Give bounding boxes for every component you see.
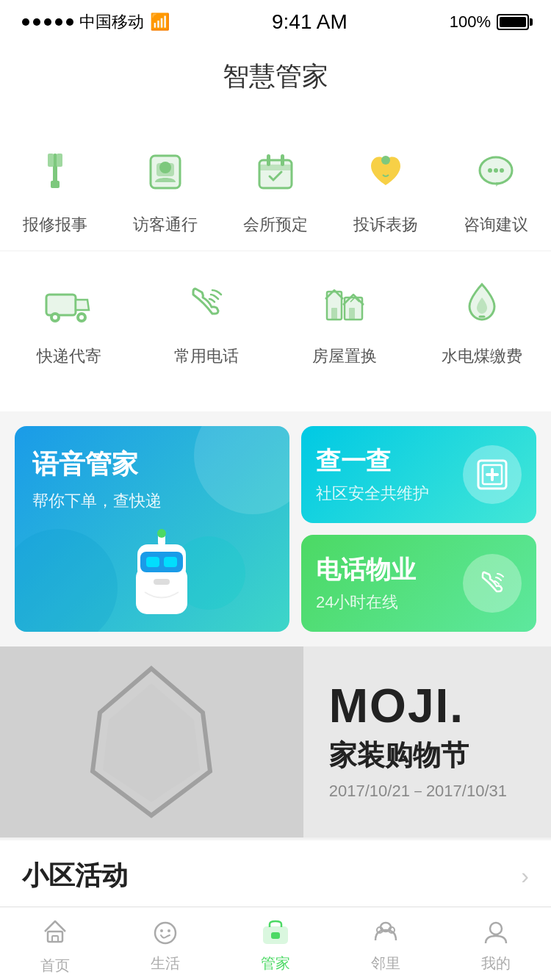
life-icon xyxy=(152,920,179,949)
svg-point-20 xyxy=(79,315,84,320)
grid-section-row1: 报修报事 访客通行 xyxy=(0,112,551,411)
svg-rect-2 xyxy=(57,154,62,167)
butler-label: 管家 xyxy=(261,954,290,973)
svg-rect-7 xyxy=(259,160,292,188)
svg-rect-28 xyxy=(146,557,159,567)
house-icon xyxy=(311,270,378,336)
moji-date: 2017/10/21－2017/10/31 xyxy=(329,780,507,802)
nav-item-neighbor[interactable]: 邻里 xyxy=(331,914,441,973)
grid-item-visitor[interactable]: 访客通行 xyxy=(110,127,220,243)
svg-point-31 xyxy=(157,529,166,538)
svg-rect-3 xyxy=(51,181,60,188)
svg-rect-8 xyxy=(259,165,292,170)
battery-percent: 100% xyxy=(450,12,491,32)
grid-item-repair[interactable]: 报修报事 xyxy=(0,127,110,243)
svg-point-39 xyxy=(155,923,176,943)
grid-item-utility[interactable]: 水电煤缴费 xyxy=(414,259,552,375)
bottom-nav: 首页 生活 管家 xyxy=(0,907,551,980)
svg-rect-16 xyxy=(46,295,76,315)
svg-rect-32 xyxy=(154,579,170,585)
svg-rect-36 xyxy=(491,468,494,481)
svg-point-47 xyxy=(490,923,502,934)
battery-icon xyxy=(497,14,529,30)
moji-content: MOJI. 家装购物节 2017/10/21－2017/10/31 xyxy=(329,682,507,802)
svg-rect-9 xyxy=(267,154,270,166)
visitor-label: 访客通行 xyxy=(133,214,198,236)
check-sub: 社区安全共维护 xyxy=(316,483,429,505)
svg-rect-24 xyxy=(349,308,355,320)
consult-icon xyxy=(463,139,529,205)
consult-label: 咨询建议 xyxy=(464,214,528,236)
banner-check[interactable]: 查一查 社区安全共维护 xyxy=(301,426,536,523)
moji-banner[interactable]: MOJI. 家装购物节 2017/10/21－2017/10/31 xyxy=(0,646,551,837)
nav-item-butler[interactable]: 管家 xyxy=(220,914,331,973)
grid-item-phone[interactable]: 常用电话 xyxy=(138,259,276,375)
banner-voice-butler[interactable]: 语音管家 帮你下单，查快递 xyxy=(15,426,289,632)
status-bar: 中国移动 📶 9:41 AM 100% xyxy=(0,0,551,44)
svg-point-11 xyxy=(381,156,390,165)
utility-icon xyxy=(449,270,515,336)
svg-point-13 xyxy=(488,168,492,173)
svg-point-41 xyxy=(168,929,170,932)
check-title: 查一查 xyxy=(316,444,429,478)
wifi-icon: 📶 xyxy=(150,12,170,32)
visitor-icon xyxy=(132,139,198,205)
grid-item-praise[interactable]: 投诉表扬 xyxy=(331,127,441,243)
grid-item-consult[interactable]: 咨询建议 xyxy=(441,127,551,243)
svg-point-19 xyxy=(53,315,57,320)
svg-rect-23 xyxy=(331,308,337,320)
club-icon xyxy=(242,139,309,205)
status-left: 中国移动 📶 xyxy=(22,11,170,33)
property-sub: 24小时在线 xyxy=(316,591,416,613)
nav-item-life[interactable]: 生活 xyxy=(110,914,220,973)
phone-icon xyxy=(173,270,240,336)
signal-dots xyxy=(22,18,73,26)
carrier-label: 中国移动 xyxy=(79,11,144,33)
nav-item-mine[interactable]: 我的 xyxy=(441,914,551,973)
utility-label: 水电煤缴费 xyxy=(442,345,522,367)
svg-rect-10 xyxy=(281,154,284,166)
grid-item-club[interactable]: 会所预定 xyxy=(220,127,331,243)
banner-property-phone[interactable]: 电话物业 24小时在线 xyxy=(301,535,536,632)
grid-item-house[interactable]: 房屋置换 xyxy=(276,259,414,375)
svg-point-15 xyxy=(500,168,504,173)
mine-icon xyxy=(483,920,509,949)
check-icon xyxy=(463,445,522,504)
banner-right-section: 查一查 社区安全共维护 电话物业 24小时在线 xyxy=(301,426,536,632)
page-title: 智慧管家 xyxy=(0,44,551,112)
praise-icon xyxy=(353,139,419,205)
icon-grid-row1: 报修报事 访客通行 xyxy=(0,127,551,243)
svg-rect-43 xyxy=(271,932,280,939)
activity-section[interactable]: 小区活动 › xyxy=(0,840,551,909)
svg-point-14 xyxy=(494,168,498,173)
svg-rect-1 xyxy=(48,154,54,167)
house-label: 房屋置换 xyxy=(312,345,377,367)
home-icon xyxy=(42,918,68,951)
express-icon xyxy=(36,270,102,336)
butler-icon xyxy=(261,920,290,949)
neighbor-label: 邻里 xyxy=(371,954,400,973)
nav-item-home[interactable]: 首页 xyxy=(0,912,110,976)
divider xyxy=(0,837,551,839)
banner-section: 语音管家 帮你下单，查快递 xyxy=(0,411,551,646)
moji-background xyxy=(0,646,303,837)
repair-label: 报修报事 xyxy=(23,214,87,236)
neighbor-icon xyxy=(372,920,399,949)
mine-label: 我的 xyxy=(481,954,511,973)
repair-icon xyxy=(22,139,88,205)
life-label: 生活 xyxy=(151,954,180,973)
activity-arrow: › xyxy=(521,862,529,890)
phone-label: 常用电话 xyxy=(174,345,239,367)
status-right: 100% xyxy=(450,12,529,32)
icon-grid-row2: 快递代寄 常用电话 xyxy=(0,251,551,389)
grid-item-express[interactable]: 快递代寄 xyxy=(0,259,138,375)
svg-point-6 xyxy=(159,162,171,173)
robot-figure xyxy=(114,526,209,621)
moji-brand: MOJI. xyxy=(329,682,507,729)
moji-shape xyxy=(78,661,225,823)
praise-label: 投诉表扬 xyxy=(353,214,418,236)
home-label: 首页 xyxy=(40,956,70,976)
property-phone-icon xyxy=(463,554,522,613)
club-label: 会所预定 xyxy=(243,214,308,236)
property-title: 电话物业 xyxy=(316,553,416,587)
